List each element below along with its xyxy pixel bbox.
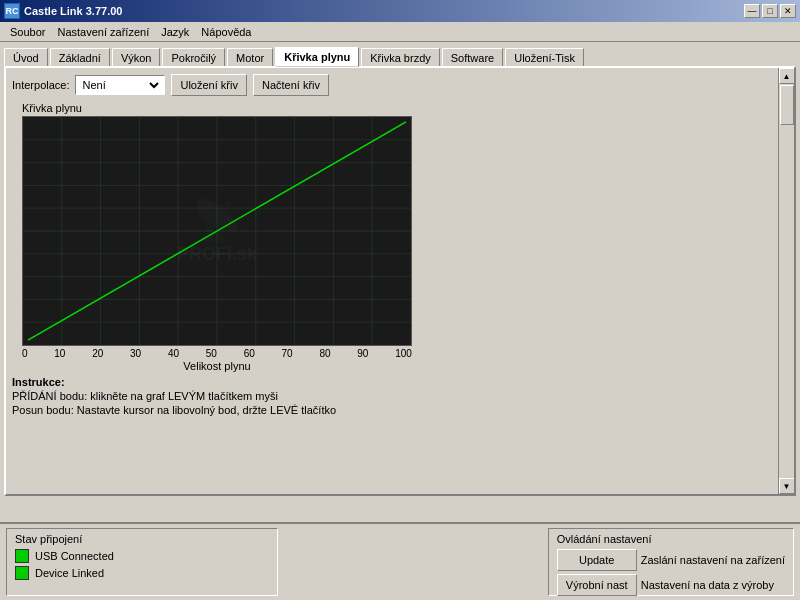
x-label-0: 0 (22, 348, 28, 359)
factory-desc: Nastavení na data z výroby (641, 579, 774, 591)
control-section: Ovládání nastavení Update Zaslání nastav… (548, 528, 794, 596)
interpolace-select-wrapper[interactable]: Není Lineární Cubic (75, 75, 165, 95)
scrollbar[interactable]: ▲ ▼ (778, 68, 794, 494)
update-row: Update Zaslání nastavení na zařízení (557, 549, 785, 571)
menu-nastaveni[interactable]: Nastavení zařízení (51, 24, 155, 40)
load-curve-button[interactable]: Načtení křiv (253, 74, 329, 96)
tab-uvod[interactable]: Úvod (4, 48, 48, 67)
x-label-80: 80 (319, 348, 330, 359)
factory-row: Výrobní nast Nastavení na data z výroby (557, 574, 785, 596)
scroll-thumb[interactable] (780, 85, 794, 125)
x-label-60: 60 (244, 348, 255, 359)
chart-svg (23, 117, 411, 345)
maximize-button[interactable]: □ (762, 4, 778, 18)
scroll-track (779, 84, 795, 478)
device-status-dot (15, 566, 29, 580)
instructions: Instrukce: PŘÍDÁNÍ bodu: klikněte na gra… (12, 376, 788, 416)
tab-software[interactable]: Software (442, 48, 503, 67)
tab-vykon[interactable]: Výkon (112, 48, 161, 67)
update-desc: Zaslání nastavení na zařízení (641, 554, 785, 566)
x-axis-labels: 0 10 20 30 40 50 60 70 80 90 100 (22, 348, 412, 359)
x-label-20: 20 (92, 348, 103, 359)
close-button[interactable]: ✕ (780, 4, 796, 18)
status-title: Stav připojení (15, 533, 269, 545)
instruction-line-2: Posun bodu: Nastavte kursor na libovolný… (12, 404, 788, 416)
control-title: Ovládání nastavení (557, 533, 785, 545)
tab-motor[interactable]: Motor (227, 48, 273, 67)
spacer (286, 528, 540, 596)
title-bar: RC Castle Link 3.77.00 — □ ✕ (0, 0, 800, 22)
save-curve-button[interactable]: Uložení křiv (171, 74, 246, 96)
x-label-70: 70 (282, 348, 293, 359)
usb-status-dot (15, 549, 29, 563)
x-label-40: 40 (168, 348, 179, 359)
usb-status-label: USB Connected (35, 550, 114, 562)
window-title: Castle Link 3.77.00 (24, 5, 122, 17)
window-controls: — □ ✕ (744, 4, 796, 18)
tab-pokrocily[interactable]: Pokročilý (162, 48, 225, 67)
status-bar: Stav připojení USB Connected Device Link… (0, 522, 800, 600)
chart-area[interactable]: 📡 PROFI.sk (22, 116, 412, 346)
main-content: Interpolace: Není Lineární Cubic Uložení… (4, 66, 796, 496)
tab-ulozeni-tisk[interactable]: Uložení-Tisk (505, 48, 584, 67)
x-label-10: 10 (54, 348, 65, 359)
device-status-label: Device Linked (35, 567, 104, 579)
tabs-container: Úvod Základní Výkon Pokročilý Motor Křiv… (0, 42, 800, 66)
menu-napoveda[interactable]: Nápověda (195, 24, 257, 40)
x-label-30: 30 (130, 348, 141, 359)
instructions-title: Instrukce: (12, 376, 65, 388)
scroll-up-button[interactable]: ▲ (779, 68, 795, 84)
interpolace-select[interactable]: Není Lineární Cubic (78, 78, 162, 92)
factory-button[interactable]: Výrobní nast (557, 574, 637, 596)
chart-title: Křivka plynu (22, 102, 788, 114)
tab-krivka-plynu[interactable]: Křivka plynu (275, 47, 359, 67)
tab-zakladni[interactable]: Základní (50, 48, 110, 67)
x-label-100: 100 (395, 348, 412, 359)
chart-container: Křivka plynu (22, 102, 788, 372)
menu-soubor[interactable]: Soubor (4, 24, 51, 40)
update-button[interactable]: Update (557, 549, 637, 571)
x-axis-title: Velikost plynu (22, 360, 412, 372)
connection-status-section: Stav připojení USB Connected Device Link… (6, 528, 278, 596)
menu-jazyk[interactable]: Jazyk (155, 24, 195, 40)
menu-bar: Soubor Nastavení zařízení Jazyk Nápověda (0, 22, 800, 42)
x-label-90: 90 (357, 348, 368, 359)
app-icon: RC (4, 3, 20, 19)
x-label-50: 50 (206, 348, 217, 359)
scroll-down-button[interactable]: ▼ (779, 478, 795, 494)
usb-status-row: USB Connected (15, 549, 269, 563)
interpolace-label: Interpolace: (12, 79, 69, 91)
controls-row: Interpolace: Není Lineární Cubic Uložení… (12, 74, 788, 96)
tab-krivka-brzdy[interactable]: Křivka brzdy (361, 48, 440, 67)
instruction-line-1: PŘÍDÁNÍ bodu: klikněte na graf LEVÝM tla… (12, 390, 788, 402)
device-status-row: Device Linked (15, 566, 269, 580)
minimize-button[interactable]: — (744, 4, 760, 18)
